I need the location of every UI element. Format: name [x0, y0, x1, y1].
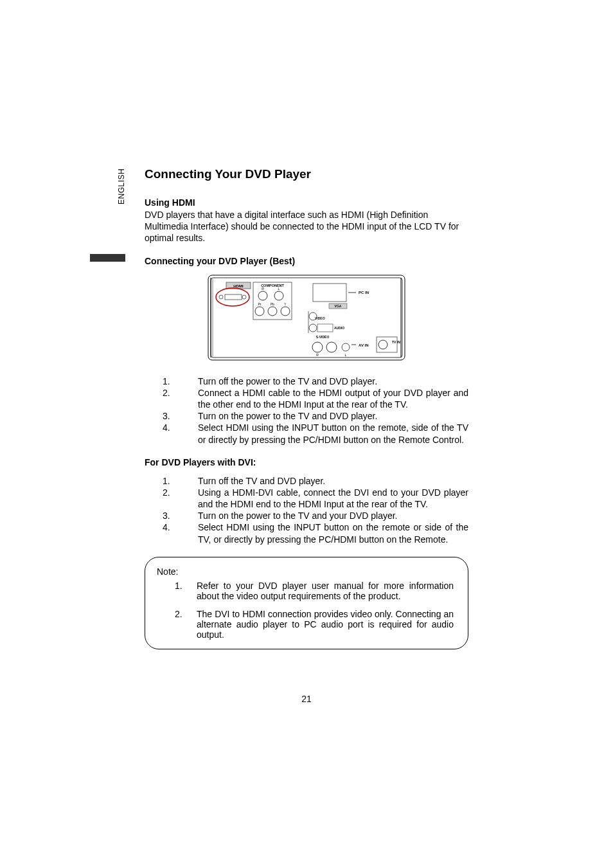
svg-point-26: [309, 324, 317, 332]
list-item: 4.Select HDMI using the INPUT button on …: [163, 422, 468, 445]
list-item: 2.Connect a HDMI cable to the HDMI outpu…: [163, 387, 468, 410]
svg-point-33: [342, 343, 350, 351]
page: ENGLISH Connecting Your DVD Player Using…: [0, 0, 613, 868]
svg-text:AUDIO: AUDIO: [334, 326, 344, 330]
connecting-best-heading: Connecting your DVD Player (Best): [145, 256, 468, 266]
svg-rect-20: [313, 284, 346, 302]
dvi-steps: 1.Turn off the TV and DVD player. 2.Usin…: [163, 475, 468, 545]
using-hdmi-heading: Using HDMI: [145, 197, 468, 208]
language-label: ENGLISH: [117, 168, 126, 204]
list-item: 1.Turn off the power to the TV and DVD p…: [163, 375, 468, 387]
svg-text:R: R: [262, 287, 264, 291]
svg-text:Pb: Pb: [271, 302, 274, 306]
pcin-label: PC IN: [359, 291, 369, 294]
list-item: 1.Turn off the TV and DVD player.: [163, 475, 468, 487]
using-hdmi-body: DVD players that have a digital interfac…: [145, 209, 468, 244]
list-item: 2.Using a HDMI-DVI cable, connect the DV…: [163, 487, 468, 510]
svg-rect-9: [253, 282, 292, 320]
side-tab: [90, 254, 125, 262]
list-item: 4.Select HDMI using the INPUT button on …: [163, 521, 468, 545]
hdmi-label: HDMI: [233, 284, 244, 288]
svg-text:L: L: [278, 287, 280, 291]
svg-point-15: [268, 307, 277, 316]
svg-rect-28: [317, 324, 333, 332]
connection-diagram: HDMI COMPONENT R L Pr Pb Y PC IN: [207, 273, 406, 363]
svg-point-14: [255, 307, 264, 316]
page-number: 21: [0, 694, 613, 704]
svg-text:L: L: [345, 353, 347, 357]
list-item: 3.Turn on the power to the TV and DVD pl…: [163, 410, 468, 422]
dvi-heading: For DVD Players with DVI:: [145, 457, 468, 467]
svg-text:Pr: Pr: [258, 302, 262, 306]
svg-text:VGA: VGA: [335, 304, 342, 308]
svg-text:VIDEO: VIDEO: [315, 316, 325, 320]
svg-point-16: [281, 307, 290, 316]
svg-rect-7: [225, 294, 242, 300]
page-title: Connecting Your DVD Player: [145, 167, 468, 181]
note-box: Note: 1.Refer to your DVD player user ma…: [145, 557, 468, 649]
svg-text:R: R: [316, 353, 319, 357]
svg-point-8: [242, 295, 246, 299]
svg-text:TV IN: TV IN: [392, 340, 400, 344]
list-item: 2.The DVI to HDMI connection provides vi…: [175, 609, 454, 640]
svg-point-6: [219, 295, 223, 299]
svg-point-31: [312, 342, 323, 352]
svg-point-11: [274, 291, 283, 300]
list-item: 3.Turn on the power to the TV and your D…: [163, 510, 468, 521]
svg-text:AV IN: AV IN: [359, 343, 369, 347]
hdmi-highlight-circle: [216, 288, 249, 306]
list-item: 1.Refer to your DVD player user manual f…: [175, 581, 454, 601]
svg-point-10: [258, 291, 267, 300]
svg-text:S-VIDEO: S-VIDEO: [316, 335, 330, 339]
svg-point-32: [326, 342, 337, 352]
svg-point-39: [378, 340, 387, 349]
component-label: COMPONENT: [261, 284, 284, 287]
svg-rect-1: [211, 278, 402, 357]
hdmi-steps: 1.Turn off the power to the TV and DVD p…: [163, 375, 468, 446]
svg-rect-38: [377, 337, 397, 352]
note-label: Note:: [157, 566, 454, 577]
svg-text:Y: Y: [284, 302, 287, 306]
